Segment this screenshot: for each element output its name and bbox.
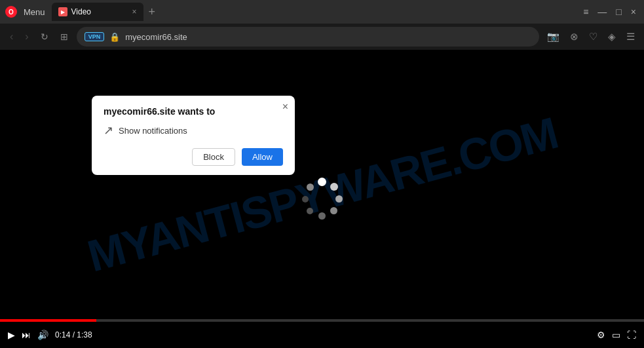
new-tab-button[interactable]: + bbox=[143, 5, 161, 19]
video-controls: ▶ ⏭ 🔊 0:14 / 1:38 ⚙ ▭ ⛶ bbox=[0, 322, 644, 348]
maximize-button[interactable]: □ bbox=[613, 5, 624, 18]
minimize-button[interactable]: — bbox=[595, 5, 609, 18]
toolbar-icons: 📷 ⊗ ♡ ◈ ☰ bbox=[544, 29, 637, 44]
address-bar: ‹ › ↻ ⊞ VPN 🔒 myecomir66.site 📷 ⊗ ♡ ◈ ☰ bbox=[0, 24, 644, 50]
block-button[interactable]: Block bbox=[192, 148, 235, 166]
next-button[interactable]: ⏭ bbox=[22, 330, 31, 340]
tab-label: Video bbox=[71, 7, 91, 16]
theater-button[interactable]: ▭ bbox=[612, 330, 620, 340]
popup-close-button[interactable]: × bbox=[282, 101, 288, 113]
menu-button[interactable]: Menu bbox=[20, 6, 49, 18]
popup-content-row: ↗ Show notifications bbox=[104, 123, 283, 138]
popup-title: myecomir66.site wants to bbox=[104, 106, 283, 117]
notification-popup: × myecomir66.site wants to ↗ Show notifi… bbox=[92, 96, 295, 175]
fullscreen-button[interactable]: ⛶ bbox=[627, 330, 636, 340]
lock-icon: 🔒 bbox=[109, 32, 120, 42]
close-button[interactable]: × bbox=[628, 5, 639, 18]
window-controls: ≡ — □ × bbox=[580, 5, 639, 18]
popup-buttons: Block Allow bbox=[104, 148, 283, 166]
tab-close-button[interactable]: × bbox=[132, 7, 137, 16]
tab-bar: ▶ Video × + bbox=[52, 3, 578, 21]
refresh-button[interactable]: ↻ bbox=[37, 30, 52, 43]
loading-spinner bbox=[299, 176, 345, 222]
tab-overview-button[interactable]: ⊞ bbox=[57, 30, 71, 43]
right-controls: ⚙ ▭ ⛶ bbox=[597, 330, 636, 340]
allow-button[interactable]: Allow bbox=[242, 148, 283, 166]
url-text: myecomir66.site bbox=[125, 32, 531, 42]
camera-icon[interactable]: 📷 bbox=[544, 29, 562, 44]
popup-description: Show notifications bbox=[119, 126, 187, 136]
play-button[interactable]: ▶ bbox=[8, 330, 15, 340]
title-bar: O Menu ▶ Video × + ≡ — □ × bbox=[0, 0, 644, 24]
heart-icon[interactable]: ♡ bbox=[586, 29, 600, 44]
back-button[interactable]: ‹ bbox=[7, 29, 16, 44]
tab-favicon: ▶ bbox=[58, 7, 67, 16]
settings-button[interactable]: ⚙ bbox=[597, 330, 605, 340]
settings-icon[interactable]: ☰ bbox=[624, 29, 637, 44]
time-display: 0:14 / 1:38 bbox=[55, 330, 92, 339]
volume-button[interactable]: 🔊 bbox=[37, 330, 48, 340]
video-area: MYANTISPYWARE.COM × myecomir66.site want… bbox=[0, 50, 644, 348]
address-input[interactable]: VPN 🔒 myecomir66.site bbox=[77, 27, 539, 47]
shield-icon[interactable]: ⊗ bbox=[567, 29, 581, 44]
browser-chrome: O Menu ▶ Video × + ≡ — □ × ‹ › ↻ ⊞ VPN 🔒… bbox=[0, 0, 644, 50]
notification-type-icon: ↗ bbox=[104, 123, 113, 138]
flow-icon[interactable]: ◈ bbox=[605, 29, 618, 44]
vpn-badge: VPN bbox=[85, 32, 105, 41]
active-tab[interactable]: ▶ Video × bbox=[52, 3, 143, 21]
arrange-icon[interactable]: ≡ bbox=[580, 5, 591, 18]
opera-logo[interactable]: O bbox=[5, 6, 17, 18]
forward-button[interactable]: › bbox=[22, 29, 31, 44]
